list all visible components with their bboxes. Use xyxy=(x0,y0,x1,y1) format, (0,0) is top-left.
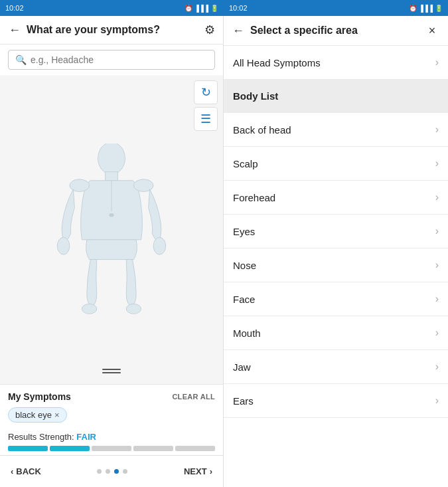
list-item-label: Body List xyxy=(233,90,439,102)
right-status-icons: ⏰ ▐▐▐ 🔋 xyxy=(409,5,443,12)
svg-point-3 xyxy=(133,179,153,191)
list-item[interactable]: Jaw› xyxy=(224,350,448,384)
rotate-icon: ↻ xyxy=(201,85,211,100)
back-label: BACK xyxy=(16,466,41,476)
left-panel: ← What are your symptoms? ⚙ 🔍 xyxy=(0,16,224,487)
chevron-right-icon: › xyxy=(435,395,439,407)
strength-bar-2 xyxy=(50,446,90,451)
chevron-right-icon: › xyxy=(435,157,439,169)
list-icon: ☰ xyxy=(200,112,211,126)
next-chevron-icon: › xyxy=(210,466,212,476)
chevron-right-icon: › xyxy=(435,259,439,271)
rotate-view-button[interactable]: ↻ xyxy=(194,80,218,104)
left-status-icons: ⏰ ▐▐▐ 🔋 xyxy=(185,5,218,12)
right-header: ← Select a specific area × xyxy=(224,16,448,46)
bottom-nav: ‹ BACK NEXT › xyxy=(0,455,223,487)
strength-bars xyxy=(8,446,215,451)
left-header-title: What are your symptoms? xyxy=(27,24,199,36)
list-item-label: Scalp xyxy=(233,158,435,169)
list-item-label: Face xyxy=(233,294,435,305)
list-item[interactable]: Mouth› xyxy=(224,316,448,350)
right-status-bar: 10:02 ⏰ ▐▐▐ 🔋 xyxy=(224,0,448,16)
results-fair-label: FAIR xyxy=(76,432,96,442)
search-box[interactable]: 🔍 xyxy=(8,50,215,70)
right-time: 10:02 xyxy=(229,4,248,12)
nav-dots xyxy=(97,469,127,474)
symptom-tag-close-icon[interactable]: × xyxy=(54,410,60,420)
right-header-title: Select a specific area xyxy=(250,25,419,37)
right-panel: ← Select a specific area × All Head Symp… xyxy=(224,16,448,487)
list-item-label: Nose xyxy=(233,260,435,271)
list-item[interactable]: Scalp› xyxy=(224,147,448,181)
list-view-button[interactable]: ☰ xyxy=(194,107,218,131)
back-chevron-icon: ‹ xyxy=(11,466,13,476)
chevron-right-icon: › xyxy=(435,361,439,373)
nav-dot-1 xyxy=(97,469,102,474)
chevron-right-icon: › xyxy=(435,191,439,203)
list-item-label: Eyes xyxy=(233,226,435,237)
chevron-right-icon: › xyxy=(435,327,439,339)
chevron-right-icon: › xyxy=(435,293,439,305)
nav-dot-4 xyxy=(123,469,127,474)
strength-bar-3 xyxy=(92,446,131,451)
list-item[interactable]: Face› xyxy=(224,282,448,316)
symptoms-section: My Symptoms CLEAR ALL black eye × xyxy=(0,384,223,427)
list-item-label: All Head Symptoms xyxy=(233,57,435,68)
list-item-label: Jaw xyxy=(233,361,435,373)
human-body-figure xyxy=(48,144,175,316)
figure-lines xyxy=(102,369,121,373)
symptoms-title: My Symptoms xyxy=(8,391,71,402)
nav-dot-3 xyxy=(114,469,119,474)
svg-rect-1 xyxy=(106,171,118,180)
right-back-arrow-icon[interactable]: ← xyxy=(232,24,245,37)
strength-bar-1 xyxy=(8,446,48,451)
svg-point-7 xyxy=(126,304,141,314)
list-item[interactable]: Back of head› xyxy=(224,113,448,147)
action-icons-group: ↻ ☰ xyxy=(194,80,218,131)
back-arrow-icon[interactable]: ← xyxy=(8,23,21,37)
body-area-list: All Head Symptoms›Body ListBack of head›… xyxy=(224,46,448,487)
chevron-right-icon: › xyxy=(435,124,439,136)
search-icon: 🔍 xyxy=(15,54,27,65)
list-item[interactable]: Nose› xyxy=(224,248,448,282)
chevron-right-icon: › xyxy=(435,225,439,237)
svg-point-0 xyxy=(98,144,125,174)
svg-point-6 xyxy=(82,304,96,314)
left-time: 10:02 xyxy=(5,4,24,12)
nav-dot-2 xyxy=(106,469,110,474)
results-section: Results Strength: FAIR xyxy=(0,427,223,455)
list-item-label: Forehead xyxy=(233,192,435,203)
svg-point-4 xyxy=(57,237,70,254)
list-item[interactable]: All Head Symptoms› xyxy=(224,46,448,80)
list-item[interactable]: Forehead› xyxy=(224,181,448,215)
settings-icon[interactable]: ⚙ xyxy=(204,23,215,37)
list-item-label: Mouth xyxy=(233,328,435,339)
list-item[interactable]: Ears› xyxy=(224,384,448,418)
list-item[interactable]: Eyes› xyxy=(224,215,448,248)
left-status-bar: 10:02 ⏰ ▐▐▐ 🔋 xyxy=(0,0,224,16)
list-item-label: Back of head xyxy=(233,124,435,136)
body-view-container: ↻ ☰ xyxy=(0,75,223,384)
symptom-tag-container: black eye × xyxy=(8,407,215,423)
symptoms-header: My Symptoms CLEAR ALL xyxy=(8,391,215,402)
results-label: Results Strength: FAIR xyxy=(8,432,215,442)
search-input[interactable] xyxy=(31,54,208,65)
list-item-label: Ears xyxy=(233,395,435,407)
symptom-tag-black-eye[interactable]: black eye × xyxy=(8,407,67,423)
symptom-tag-label: black eye xyxy=(15,410,52,420)
next-label: NEXT xyxy=(184,466,207,476)
strength-bar-4 xyxy=(133,446,173,451)
next-button[interactable]: NEXT › xyxy=(184,466,212,476)
clear-all-button[interactable]: CLEAR ALL xyxy=(172,393,215,401)
strength-bar-5 xyxy=(175,446,215,451)
svg-point-2 xyxy=(70,179,90,191)
left-header: ← What are your symptoms? ⚙ xyxy=(0,16,223,45)
svg-point-5 xyxy=(153,237,166,254)
back-button[interactable]: ‹ BACK xyxy=(11,466,41,476)
svg-point-8 xyxy=(109,213,113,217)
chevron-right-icon: › xyxy=(435,56,439,68)
list-item[interactable]: Body List xyxy=(224,80,448,113)
close-icon[interactable]: × xyxy=(424,23,440,39)
